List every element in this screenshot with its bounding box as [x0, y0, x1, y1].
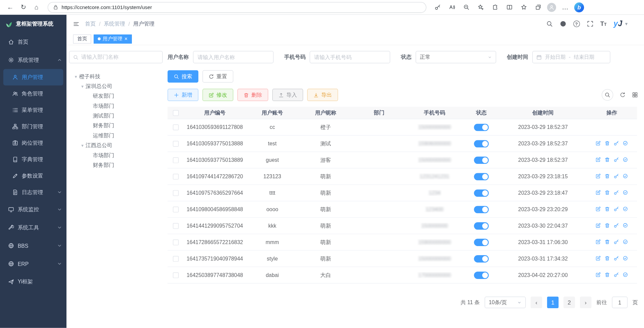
col-header-created[interactable]: 创建时间 [499, 109, 586, 116]
edit-button[interactable]: 修改 [202, 89, 233, 101]
status-toggle[interactable] [474, 189, 489, 197]
export-button[interactable]: 导出 [307, 89, 338, 101]
edit-icon[interactable] [596, 223, 601, 228]
table-row[interactable]: 1641030593775013889 guest 游客 15000000000… [167, 152, 637, 169]
add-favorite-icon[interactable] [475, 1, 486, 13]
back-icon[interactable]: ← [4, 1, 16, 13]
prev-page-button[interactable]: ‹ [531, 297, 542, 308]
status-toggle[interactable] [474, 124, 489, 131]
delete-icon[interactable] [605, 173, 610, 179]
sidebar-item-user-management[interactable]: 用户管理 [3, 69, 63, 86]
status-toggle[interactable] [474, 255, 489, 262]
tree-node-dept[interactable]: 测试部门 [69, 111, 163, 121]
tree-node-dept[interactable]: 市场部门 [69, 150, 163, 160]
select-all-checkbox[interactable] [173, 110, 179, 116]
row-checkbox[interactable] [173, 223, 179, 229]
browser-home-icon[interactable]: ⌂ [31, 1, 43, 13]
col-header-actions[interactable]: 操作 [587, 109, 637, 116]
status-select[interactable]: 正常 [416, 51, 496, 63]
edit-icon[interactable] [596, 173, 601, 179]
delete-icon[interactable] [605, 223, 610, 228]
extensions-icon[interactable] [490, 1, 500, 13]
url-text[interactable]: https://ccnetcore.com:1101/system/user [62, 4, 152, 10]
more-options-icon[interactable]: … [560, 1, 571, 13]
reset-password-icon[interactable] [613, 206, 619, 212]
page-button-2[interactable]: 2 [563, 297, 575, 308]
tree-node-branch[interactable]: ▾ 江西总公司 [69, 141, 163, 150]
tree-node-dept[interactable]: 运维部门 [69, 131, 163, 140]
page-size-select[interactable]: 10条/页 [485, 297, 526, 308]
reset-password-icon[interactable] [613, 140, 619, 146]
row-checkbox[interactable] [173, 273, 179, 278]
breadcrumb-system[interactable]: 系统管理 [104, 20, 125, 28]
col-header-account[interactable]: 用户账号 [246, 109, 299, 116]
delete-icon[interactable] [605, 255, 610, 261]
delete-icon[interactable] [605, 190, 610, 195]
read-aloud-icon[interactable] [446, 1, 457, 13]
sidebar-item-post-management[interactable]: 岗位管理 [0, 135, 66, 151]
assign-role-icon[interactable] [623, 272, 628, 277]
dropdown-caret-icon[interactable]: ▾ [625, 21, 628, 28]
edit-icon[interactable] [596, 272, 601, 277]
col-header-nickname[interactable]: 用户昵称 [299, 109, 352, 116]
edit-icon[interactable] [596, 190, 601, 195]
col-header-department[interactable]: 部门 [352, 109, 406, 116]
sidebar-item-parameter-settings[interactable]: 参数设置 [0, 168, 66, 184]
bing-copilot-icon[interactable]: b [574, 2, 584, 12]
table-row[interactable]: 1641097576365297664 tttt 萌新 1234 2023-03… [167, 185, 637, 201]
github-icon[interactable] [560, 20, 566, 27]
import-button[interactable]: 导入 [272, 89, 303, 101]
username-input[interactable] [193, 51, 274, 63]
reset-password-icon[interactable] [613, 223, 619, 228]
table-row[interactable]: 1642503897748738048 dabai 大白 17000000000… [167, 267, 637, 284]
key-icon[interactable] [432, 1, 443, 13]
edit-icon[interactable] [596, 239, 601, 244]
status-toggle[interactable] [474, 271, 489, 279]
sidebar-item-department-management[interactable]: 部门管理 [0, 118, 66, 135]
page-refresh-icon[interactable]: ↻ [17, 1, 30, 13]
tab-user-management[interactable]: 用户管理 × [94, 34, 132, 43]
assign-role-icon[interactable] [623, 190, 628, 195]
add-button[interactable]: 新增 [167, 89, 198, 101]
assign-role-icon[interactable] [623, 157, 628, 162]
row-checkbox[interactable] [173, 174, 179, 180]
tree-node-dept[interactable]: 财务部门 [69, 160, 163, 170]
col-header-user-id[interactable]: 用户编号 [184, 109, 246, 116]
delete-icon[interactable] [605, 272, 610, 277]
row-checkbox[interactable] [173, 240, 179, 245]
zoom-out-icon[interactable] [461, 1, 472, 13]
close-icon[interactable]: × [125, 36, 128, 42]
next-page-button[interactable]: › [580, 297, 591, 308]
edit-icon[interactable] [596, 140, 601, 146]
page-button-1[interactable]: 1 [547, 297, 558, 308]
date-range-picker[interactable]: 开始日期 - 结束日期 [532, 51, 610, 63]
row-checkbox[interactable] [173, 141, 179, 147]
reset-password-icon[interactable] [613, 239, 619, 244]
sidebar-item-bbs[interactable]: BBS [0, 237, 66, 255]
toggle-search-button[interactable] [602, 89, 613, 101]
sidebar-item-log-management[interactable]: 日志管理 [0, 184, 66, 200]
row-checkbox[interactable] [173, 157, 179, 163]
goto-page-input[interactable] [612, 297, 628, 308]
sidebar-item-menu-management[interactable]: 菜单管理 [0, 102, 66, 119]
edit-icon[interactable] [596, 255, 601, 261]
tree-node-dept[interactable]: 研发部门 [69, 91, 163, 101]
sidebar-item-dictionary-management[interactable]: 字典管理 [0, 151, 66, 168]
tree-node-branch[interactable]: ▾ 深圳总公司 [69, 81, 163, 91]
sidebar-item-role-management[interactable]: 角色管理 [0, 86, 66, 102]
delete-icon[interactable] [605, 206, 610, 212]
help-icon[interactable]: ? [573, 20, 580, 27]
table-row[interactable]: 1641097441472286720 123123 萌新 1231241231… [167, 169, 637, 185]
address-bar[interactable]: https://ccnetcore.com:1101/system/user [48, 2, 426, 13]
sidebar-item-home[interactable]: 首页 [0, 33, 66, 51]
row-checkbox[interactable] [173, 256, 179, 262]
delete-icon[interactable] [605, 239, 610, 244]
assign-role-icon[interactable] [623, 140, 628, 146]
assign-role-icon[interactable] [623, 206, 628, 212]
col-header-status[interactable]: 状态 [463, 109, 500, 116]
row-checkbox[interactable] [173, 207, 179, 213]
reset-password-icon[interactable] [613, 190, 619, 195]
row-checkbox[interactable] [173, 190, 179, 196]
table-row[interactable]: 1641030593691127808 cc 橙子 15000000000 20… [167, 119, 637, 136]
table-row[interactable]: 1641098004586958848 oooo 萌新 123400 2023-… [167, 201, 637, 218]
